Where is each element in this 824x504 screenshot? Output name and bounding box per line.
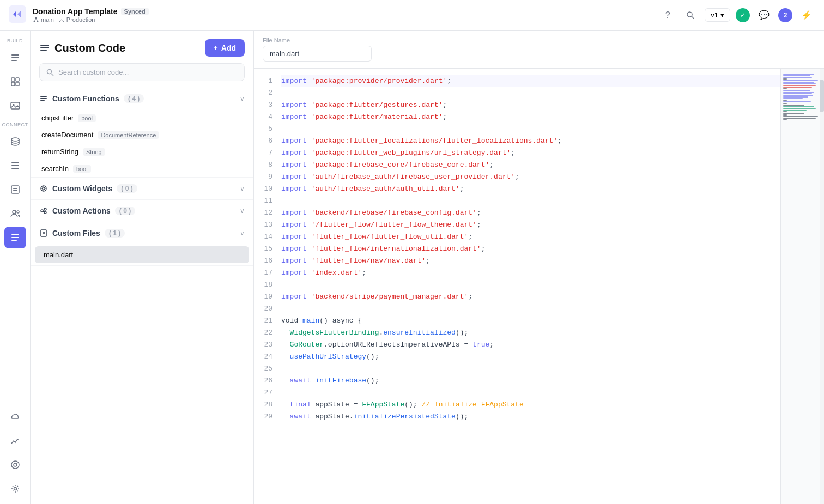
svg-rect-32 — [40, 45, 49, 46]
svg-point-43 — [44, 211, 46, 214]
scrollbar-track[interactable] — [820, 69, 824, 504]
version-label: v1 — [711, 11, 718, 19]
svg-rect-18 — [11, 162, 19, 163]
build-section-label: Build — [0, 38, 30, 44]
fn-createdocument[interactable]: createDocument DocumentReference — [31, 126, 253, 143]
version-chevron-icon: ▾ — [720, 11, 724, 19]
widgets-icon — [39, 184, 48, 193]
panel-title-icon — [39, 42, 50, 53]
search-icon — [686, 11, 695, 20]
file-main-dart[interactable]: main.dart — [35, 246, 249, 263]
svg-rect-28 — [11, 240, 17, 241]
svg-rect-13 — [11, 82, 15, 86]
svg-rect-39 — [40, 100, 45, 101]
custom-actions-section: Custom Actions ( 0 ) ∨ — [31, 200, 253, 222]
fn-name-searchin: searchIn — [41, 165, 69, 173]
cloud-icon — [10, 411, 21, 422]
custom-actions-chevron-icon: ∨ — [240, 207, 245, 215]
svg-rect-12 — [16, 78, 19, 81]
rail-icon-widgets[interactable] — [4, 71, 26, 93]
fn-name-returnstring: returnString — [41, 148, 78, 156]
pages-icon — [10, 52, 21, 63]
code-editor-area: File Name 12345 678910 1112131415 161718… — [254, 31, 824, 504]
svg-rect-22 — [13, 188, 17, 189]
chat-button[interactable]: 💬 — [755, 7, 773, 24]
rail-icon-analytics[interactable] — [4, 430, 26, 452]
svg-point-17 — [11, 138, 19, 141]
fn-searchin[interactable]: searchIn bool — [31, 160, 253, 177]
minimap — [780, 69, 824, 504]
svg-line-7 — [692, 16, 694, 19]
form-icon — [10, 184, 21, 195]
svg-rect-27 — [11, 237, 19, 238]
rail-icon-settings[interactable] — [4, 478, 26, 500]
custom-functions-header[interactable]: Custom Functions ( 4 ) ∨ — [31, 88, 253, 110]
custom-actions-count: ( 0 ) — [115, 207, 135, 215]
notifications-button[interactable]: ⚡ — [798, 7, 815, 24]
search-button[interactable] — [682, 7, 699, 24]
file-name-input[interactable] — [263, 46, 372, 62]
custom-files-title: Custom Files — [52, 229, 100, 238]
avatar: 2 — [778, 8, 792, 22]
rail-icon-list[interactable] — [4, 155, 26, 177]
fn-returnstring[interactable]: returnString String — [31, 143, 253, 160]
rail-icon-form[interactable] — [4, 179, 26, 201]
svg-rect-19 — [11, 165, 19, 166]
custom-actions-title: Custom Actions — [52, 207, 111, 215]
custom-actions-header[interactable]: Custom Actions ( 0 ) ∨ — [31, 200, 253, 222]
version-button[interactable]: v1 ▾ — [705, 8, 730, 22]
rail-icon-people[interactable] — [4, 203, 26, 224]
search-input[interactable] — [58, 68, 238, 76]
left-panel: Custom Code + Add Custom Functions ( 4 )… — [31, 31, 254, 504]
rail-icon-integrations[interactable] — [4, 454, 26, 476]
status-indicator: ✓ — [736, 8, 750, 22]
database-icon — [10, 136, 21, 147]
rail-icon-database[interactable] — [4, 131, 26, 153]
svg-point-41 — [41, 210, 43, 212]
code-content[interactable]: import 'package:provider/provider.dart';… — [281, 69, 780, 504]
custom-widgets-header[interactable]: Custom Widgets ( 0 ) ∨ — [31, 178, 253, 199]
svg-point-1 — [35, 17, 37, 19]
help-button[interactable]: ? — [659, 7, 676, 24]
settings-icon — [10, 483, 21, 494]
custom-widgets-count: ( 0 ) — [117, 184, 137, 193]
rail-icon-cloud[interactable] — [4, 406, 26, 428]
rail-icon-pages[interactable] — [4, 47, 26, 69]
app-name: Donation App Template — [33, 7, 118, 16]
svg-rect-11 — [11, 78, 15, 81]
svg-point-35 — [47, 69, 52, 74]
panel-header: Custom Code + Add — [31, 31, 253, 63]
custom-files-chevron-icon: ∨ — [240, 229, 245, 237]
svg-rect-23 — [13, 190, 17, 191]
code-editor: 12345 678910 1112131415 1617181920 21222… — [254, 69, 824, 504]
scrollbar-thumb[interactable] — [820, 80, 824, 112]
integrations-icon — [10, 459, 21, 470]
app-logo — [9, 5, 26, 25]
code-icon — [10, 232, 21, 243]
fn-name-createdocument: createDocument — [41, 131, 93, 139]
svg-rect-34 — [40, 50, 47, 51]
environment-info: Production — [58, 16, 95, 23]
media-icon — [10, 100, 21, 111]
svg-rect-38 — [40, 98, 47, 99]
svg-point-2 — [34, 21, 35, 22]
actions-icon — [39, 207, 48, 215]
file-name-bar: File Name — [254, 31, 824, 69]
custom-files-section: Custom Files ( 1 ) ∨ main.dart — [31, 222, 253, 266]
custom-files-header[interactable]: Custom Files ( 1 ) ∨ — [31, 222, 253, 244]
svg-line-4 — [34, 19, 36, 21]
connect-section-label: Connect — [0, 122, 30, 127]
analytics-icon — [10, 435, 21, 446]
svg-line-5 — [36, 19, 38, 21]
rail-icon-media[interactable] — [4, 95, 26, 117]
rail-icon-code[interactable] — [4, 227, 26, 248]
add-button[interactable]: + Add — [205, 39, 245, 57]
svg-rect-9 — [11, 57, 19, 58]
add-icon: + — [214, 44, 218, 52]
list-icon — [10, 160, 21, 171]
svg-point-31 — [14, 488, 16, 490]
custom-widgets-title: Custom Widgets — [52, 184, 112, 193]
custom-functions-section: Custom Functions ( 4 ) ∨ chipsFilter boo… — [31, 88, 253, 178]
fn-chipsfilter[interactable]: chipsFilter bool — [31, 110, 253, 126]
custom-widgets-chevron-icon: ∨ — [240, 185, 245, 192]
